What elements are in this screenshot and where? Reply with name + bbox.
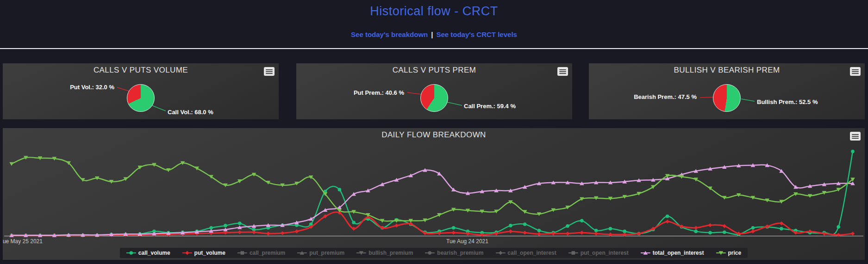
- pie-calls-v-puts-volume[interactable]: [127, 84, 155, 112]
- legend-item-label: put_volume: [194, 250, 225, 256]
- dashboard-page: Historical flow - CRCT See today's break…: [0, 0, 868, 264]
- x-axis-label-start: Tue May 25 2021: [3, 238, 43, 245]
- hamburger-menu-icon: [852, 134, 859, 135]
- page-title: Historical flow - CRCT: [0, 4, 868, 18]
- panel-calls-v-puts-volume: CALLS V PUTS VOLUME Put Vol.: 32.0 % Cal…: [3, 63, 279, 119]
- flow-line-chart: [3, 128, 865, 260]
- chart-context-menu-button[interactable]: [264, 67, 275, 76]
- panel-title: CALLS V PUTS VOLUME: [3, 66, 279, 75]
- put-slice-label: Put Prem.: 40.6 %: [308, 89, 404, 96]
- pie-calls-v-puts-prem[interactable]: [420, 84, 448, 112]
- pie-bullish-v-bearish-prem[interactable]: [713, 84, 741, 112]
- legend-item-label: put_open_interest: [581, 250, 629, 256]
- panel-calls-v-puts-prem: CALLS V PUTS PREM Put Prem.: 40.6 % Call…: [296, 63, 572, 119]
- legend-item-total_open_interest[interactable]: total_open_interest: [641, 250, 704, 256]
- panel-title: DAILY FLOW BREAKDOWN: [3, 130, 865, 140]
- chart-context-menu-button[interactable]: [850, 132, 861, 141]
- call-slice-label: Call Prem.: 59.4 %: [464, 103, 516, 110]
- legend-item-label: call_volume: [138, 250, 170, 256]
- legend-item-label: call_open_interest: [507, 250, 556, 256]
- legend-circle-icon: [425, 250, 435, 256]
- legend-item-label: total_open_interest: [653, 250, 704, 256]
- bearish-slice-label: Bearish Prem.: 47.5 %: [598, 93, 697, 100]
- hamburger-menu-icon: [266, 69, 273, 70]
- header-links: See today's breakdown|See today's CRCT l…: [0, 31, 868, 38]
- legend-item-call_volume[interactable]: call_volume: [126, 250, 170, 256]
- x-axis-label-mid: Tue Aug 24 2021: [446, 238, 488, 245]
- legend-item-label: bullish_premium: [368, 250, 413, 256]
- legend-diamond-icon: [495, 250, 505, 256]
- legend-item-label: put_premium: [309, 250, 344, 256]
- chart-context-menu-button[interactable]: [850, 67, 861, 76]
- legend-triangle-icon: [641, 250, 650, 256]
- legend-item-call_open_interest[interactable]: call_open_interest: [495, 250, 556, 256]
- call-slice-label: Call Vol.: 68.0 %: [168, 109, 213, 116]
- todays-levels-link[interactable]: See today's CRCT levels: [436, 31, 517, 38]
- hamburger-menu-icon: [559, 69, 566, 70]
- bullish-slice-label: Bullish Prem.: 52.5 %: [757, 98, 818, 105]
- legend-item-put_premium[interactable]: put_premium: [297, 250, 344, 256]
- legend-triangle-down-icon: [356, 250, 366, 256]
- legend-item-put_open_interest[interactable]: put_open_interest: [568, 250, 629, 256]
- legend-diamond-icon: [182, 250, 192, 256]
- panel-title: BULLISH V BEARISH PREM: [589, 66, 865, 75]
- chart-context-menu-button[interactable]: [557, 67, 568, 76]
- hamburger-menu-icon: [852, 69, 859, 70]
- panel-daily-flow-breakdown: DAILY FLOW BREAKDOWN Tue May 25 2021 Tue…: [3, 128, 865, 260]
- legend-item-call_premium[interactable]: call_premium: [237, 250, 285, 256]
- legend-triangle-icon: [297, 250, 307, 256]
- chart-legend: call_volumeput_volumecall_premiumput_pre…: [120, 248, 748, 258]
- panel-title: CALLS V PUTS PREM: [296, 66, 572, 75]
- legend-item-put_volume[interactable]: put_volume: [182, 250, 225, 256]
- legend-circle-icon: [126, 250, 136, 256]
- legend-item-bullish_premium[interactable]: bullish_premium: [356, 250, 413, 256]
- legend-square-icon: [568, 250, 578, 256]
- put-slice-label: Put Vol.: 32.0 %: [17, 84, 114, 91]
- legend-item-price[interactable]: price: [716, 250, 741, 256]
- legend-item-label: price: [728, 250, 741, 256]
- header-divider: [0, 48, 868, 49]
- legend-item-label: call_premium: [250, 250, 285, 256]
- panel-bullish-v-bearish-prem: BULLISH V BEARISH PREM Bearish Prem.: 47…: [589, 63, 865, 119]
- legend-item-bearish_premium[interactable]: bearish_premium: [425, 250, 483, 256]
- legend-triangle-down-icon: [716, 250, 725, 256]
- todays-breakdown-link[interactable]: See today's breakdown: [351, 31, 428, 38]
- link-separator: |: [431, 31, 433, 38]
- legend-item-label: bearish_premium: [437, 250, 483, 256]
- legend-square-icon: [237, 250, 247, 256]
